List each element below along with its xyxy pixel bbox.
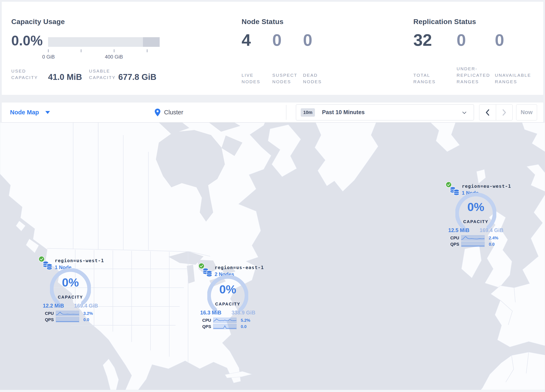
- cpu-value: 3.2%: [83, 311, 93, 316]
- qps-value: 0.0: [241, 324, 247, 329]
- used-capacity-label: USED CAPACITY: [11, 68, 47, 81]
- total-ranges-metric: 32 TOTAL RANGES: [413, 31, 450, 85]
- cpu-label: CPU: [450, 236, 461, 240]
- qps-stat-row: QPS 0.0: [45, 317, 89, 322]
- step-back-button[interactable]: [479, 105, 496, 120]
- cluster-summary-panel: Capacity Usage 0.0% 0 GiB 400 GiB USED C…: [1, 1, 544, 95]
- capacity-percent: 0.0%: [11, 33, 43, 49]
- capacity-gauge-percent: 0%: [207, 282, 248, 296]
- qps-label: QPS: [450, 242, 461, 247]
- under-replicated-ranges-value: 0: [457, 31, 494, 49]
- qps-label: QPS: [45, 317, 56, 322]
- time-range-label: Past 10 Minutes: [322, 109, 365, 116]
- qps-stat-row: QPS 0.0: [450, 242, 495, 247]
- qps-sparkline: [213, 324, 236, 329]
- region-usable-capacity: 338.9 GiB: [232, 310, 255, 316]
- under-replicated-ranges-metric: 0 UNDER-REPLICATED RANGES: [457, 31, 494, 85]
- dead-nodes-value: 0: [303, 31, 332, 49]
- capacity-usage-title: Capacity Usage: [11, 18, 65, 26]
- map-toolbar: Node Map Cluster 10m Past 10 Minutes Now: [1, 102, 544, 123]
- time-range-dropdown[interactable]: 10m Past 10 Minutes: [296, 104, 474, 120]
- qps-value: 0.0: [489, 242, 495, 247]
- qps-sparkline: [56, 317, 79, 322]
- cpu-sparkline: [213, 317, 236, 323]
- capacity-gauge-label: CAPACITY: [207, 302, 248, 306]
- used-capacity-value: 41.0 MiB: [48, 72, 82, 82]
- region-label: region=eu-west-1: [462, 184, 511, 189]
- axis-tick: [48, 49, 49, 52]
- region-used-capacity: 16.3 MiB: [200, 310, 221, 316]
- axis-tick: [147, 49, 147, 52]
- view-selector-label: Node Map: [10, 109, 39, 116]
- cpu-label: CPU: [45, 311, 56, 316]
- region-marker-us-west-1[interactable]: region=us-west-1 1 Node 0% CAPACITY 12.2…: [38, 255, 101, 327]
- chevron-right-icon: [501, 109, 507, 116]
- cpu-value: 2.4%: [489, 236, 498, 240]
- region-marker-us-east-1[interactable]: region=us-east-1 2 Nodes 0% CAPACITY 16.…: [198, 262, 261, 333]
- qps-stat-row: QPS 0.0: [202, 324, 247, 329]
- view-selector-dropdown[interactable]: Node Map: [10, 102, 50, 122]
- suspect-nodes-label: SUSPECT NODES: [272, 72, 300, 85]
- region-marker-eu-west-1[interactable]: region=eu-west-1 1 Node 0% CAPACITY 12.5…: [446, 181, 508, 252]
- qps-label: QPS: [202, 324, 213, 329]
- total-ranges-label: TOTAL RANGES: [413, 72, 450, 85]
- node-map[interactable]: region=us-west-1 1 Node 0% CAPACITY 12.2…: [0, 123, 545, 390]
- axis-tick-label: 0 GiB: [42, 54, 55, 60]
- unavailable-ranges-label: UNAVAILABLE RANGES: [495, 72, 535, 85]
- capacity-bar-reserved-segment: [143, 37, 160, 47]
- cpu-sparkline: [461, 235, 485, 241]
- chevron-left-icon: [484, 109, 491, 116]
- region-usable-capacity: 169.4 GiB: [74, 303, 98, 309]
- node-status-title: Node Status: [242, 18, 284, 26]
- axis-tick-label: 400 GiB: [105, 54, 123, 60]
- cpu-label: CPU: [202, 318, 213, 323]
- region-used-capacity: 12.5 MiB: [448, 227, 469, 233]
- usable-capacity-value: 677.8 GiB: [118, 72, 156, 82]
- qps-value: 0.0: [83, 317, 89, 322]
- total-ranges-value: 32: [413, 31, 450, 49]
- time-range-badge: 10m: [301, 108, 315, 117]
- breadcrumb-label: Cluster: [164, 109, 183, 116]
- live-nodes-label: LIVE NODES: [242, 72, 269, 85]
- time-step-buttons: [479, 104, 513, 120]
- suspect-nodes-metric: 0 SUSPECT NODES: [272, 31, 300, 85]
- page-bottom-strip: [0, 390, 545, 392]
- dead-nodes-metric: 0 DEAD NODES: [303, 31, 332, 85]
- cpu-stat-row: CPU 5.2%: [202, 317, 250, 323]
- capacity-gauge-percent: 0%: [455, 200, 496, 214]
- region-usable-capacity: 169.4 GiB: [480, 227, 503, 233]
- capacity-bar-track: [48, 37, 160, 47]
- replication-status-title: Replication Status: [413, 18, 476, 26]
- cpu-value: 5.2%: [241, 318, 250, 323]
- region-label: region=us-east-1: [215, 265, 264, 270]
- capacity-gauge-label: CAPACITY: [50, 295, 91, 300]
- capacity-bar: 0 GiB 400 GiB: [48, 37, 160, 62]
- now-button[interactable]: Now: [516, 104, 537, 120]
- location-pin-icon: [154, 108, 161, 117]
- cpu-sparkline: [56, 311, 79, 316]
- under-replicated-ranges-label: UNDER-REPLICATED RANGES: [457, 65, 494, 85]
- region-used-capacity: 12.2 MiB: [43, 303, 64, 309]
- region-label: region=us-west-1: [55, 258, 104, 263]
- qps-sparkline: [461, 242, 485, 247]
- axis-tick: [114, 49, 114, 52]
- unavailable-ranges-metric: 0 UNAVAILABLE RANGES: [495, 31, 535, 85]
- unavailable-ranges-value: 0: [495, 31, 535, 49]
- axis-tick: [81, 49, 81, 52]
- live-nodes-value: 4: [242, 31, 269, 49]
- chevron-down-icon: [45, 111, 50, 114]
- live-nodes-metric: 4 LIVE NODES: [242, 31, 269, 85]
- step-forward-button[interactable]: [496, 105, 513, 120]
- cpu-stat-row: CPU 2.4%: [450, 235, 498, 241]
- capacity-gauge-label: CAPACITY: [455, 219, 496, 224]
- dead-nodes-label: DEAD NODES: [303, 72, 332, 85]
- breadcrumb[interactable]: Cluster: [154, 102, 183, 122]
- suspect-nodes-value: 0: [272, 31, 300, 49]
- capacity-gauge-percent: 0%: [50, 275, 91, 289]
- chevron-down-icon: [462, 110, 467, 115]
- cpu-stat-row: CPU 3.2%: [45, 311, 93, 316]
